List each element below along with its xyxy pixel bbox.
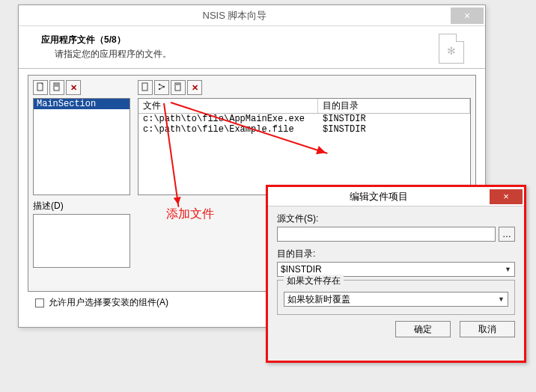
edit-icon [174, 82, 183, 93]
delete-icon: ✕ [192, 83, 198, 93]
page-icon [36, 82, 45, 93]
close-button[interactable]: × [451, 7, 484, 24]
header-title: 应用程序文件（5/8） [41, 34, 439, 46]
section-edit-button[interactable] [49, 80, 64, 95]
source-file-label: 源文件(S): [277, 212, 515, 225]
cell-dir: $INSTDIR [318, 114, 470, 124]
files-column: ✕ 文件 目的目录 c:\path\to\file\AppMainExe.exe… [138, 80, 471, 195]
if-exists-fieldset: 如果文件存在 如果较新时覆盖 ▼ [277, 280, 515, 315]
description-label: 描述(D) [33, 200, 130, 212]
components-label: 允许用户选择要安装的组件(A) [49, 296, 168, 309]
description-textarea[interactable] [33, 214, 130, 268]
titlebar: NSIS 脚本向导 × [19, 5, 485, 26]
edit-file-dialog: 编辑文件项目 × 源文件(S): … 目的目录: $INSTDIR ▼ 如果文件… [266, 185, 526, 363]
page-icon [141, 82, 150, 93]
table-row[interactable]: c:\path\to\file\AppMainExe.exe $INSTDIR [138, 114, 470, 124]
tree-icon [157, 82, 166, 93]
wizard-header: 应用程序文件（5/8） 请指定您的应用程序的文件。 ✻ [19, 26, 485, 69]
file-delete-button[interactable]: ✕ [187, 80, 202, 95]
cancel-button[interactable]: 取消 [460, 321, 515, 337]
sections-list[interactable]: MainSection [33, 98, 130, 195]
files-toolbar: ✕ [138, 80, 471, 95]
window-title: NSIS 脚本向导 [19, 9, 451, 22]
sections-column: ✕ MainSection 描述(D) [33, 80, 130, 268]
components-checkbox[interactable] [35, 298, 44, 307]
wizard-page-icon: ✻ [439, 34, 464, 64]
dialog-close-button[interactable]: × [490, 189, 523, 204]
ellipsis-icon: … [502, 229, 511, 239]
dialog-titlebar: 编辑文件项目 × [268, 187, 524, 206]
cancel-label: 取消 [478, 323, 496, 336]
file-tree-button[interactable] [154, 80, 169, 95]
ok-label: 确定 [414, 323, 432, 336]
file-new-button[interactable] [138, 80, 153, 95]
col-header-dir[interactable]: 目的目录 [318, 99, 470, 113]
star-icon: ✻ [447, 45, 456, 57]
chevron-down-icon: ▼ [505, 266, 511, 273]
files-table-head: 文件 目的目录 [138, 99, 470, 114]
dest-dir-label: 目的目录: [277, 248, 515, 260]
dialog-buttons: 确定 取消 [277, 321, 515, 337]
table-row[interactable]: c:\path\to\file\Example.file $INSTDIR [138, 124, 470, 135]
cell-file: c:\path\to\file\Example.file [138, 124, 318, 135]
delete-icon: ✕ [70, 83, 77, 93]
if-exists-value: 如果较新时覆盖 [287, 293, 350, 306]
file-edit-button[interactable] [171, 80, 186, 95]
header-text: 应用程序文件（5/8） 请指定您的应用程序的文件。 [41, 34, 439, 61]
if-exists-legend: 如果文件存在 [284, 275, 344, 287]
browse-button[interactable]: … [499, 227, 515, 242]
source-file-input[interactable] [277, 227, 496, 242]
section-delete-button[interactable]: ✕ [66, 80, 81, 95]
header-subtitle: 请指定您的应用程序的文件。 [55, 48, 439, 61]
edit-icon [52, 82, 61, 93]
cell-dir: $INSTDIR [318, 124, 470, 135]
sections-toolbar: ✕ [33, 80, 130, 95]
chevron-down-icon: ▼ [498, 295, 505, 303]
source-file-row: … [277, 227, 515, 242]
dest-dir-value: $INSTDIR [281, 264, 322, 275]
dialog-body: 源文件(S): … 目的目录: $INSTDIR ▼ 如果文件存在 如果较新时覆… [268, 206, 524, 343]
close-icon: × [503, 191, 509, 202]
ok-button[interactable]: 确定 [395, 321, 451, 337]
svg-rect-4 [142, 83, 147, 91]
if-exists-select[interactable]: 如果较新时覆盖 ▼ [284, 292, 508, 307]
section-new-button[interactable] [33, 80, 48, 95]
section-item[interactable]: MainSection [34, 99, 130, 109]
dialog-title: 编辑文件项目 [268, 190, 490, 203]
close-icon: × [464, 10, 470, 22]
